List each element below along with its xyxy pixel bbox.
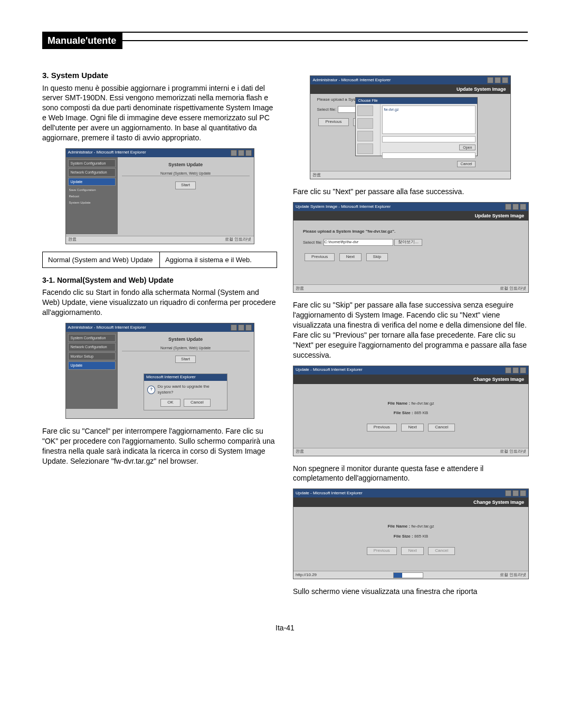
upload-instr: Please upload a System Image "fw-dvr.tar…	[303, 229, 519, 235]
window-title: Administrator - Microsoft Internet Explo…	[68, 325, 146, 331]
cancel-button: Cancel	[457, 161, 476, 167]
screenshot-confirm: Administrator - Microsoft Internet Explo…	[65, 323, 254, 419]
window-title: Update - Microsoft Internet Explorer	[296, 367, 363, 373]
filename-field	[382, 136, 476, 142]
screenshot-change-progress: Update - Microsoft Internet Explorer Cha…	[293, 488, 529, 579]
page-number: Ita-41	[42, 623, 528, 633]
file-list: fw-dvr.gz	[382, 106, 476, 134]
confirm-dialog: Microsoft Internet Explorer ? Do you wan…	[144, 373, 227, 410]
window-title: Administrator - Microsoft Internet Explo…	[312, 78, 391, 83]
close-icon	[520, 204, 526, 210]
file-name-value: fw-dvr.tar.gz	[411, 401, 434, 406]
previous-button: Previous	[305, 253, 335, 261]
file-name-label: File Name :	[387, 524, 410, 529]
max-icon	[512, 204, 519, 210]
paragraph-system-update: In questo menu è possibie aggiornare i p…	[42, 83, 277, 143]
heading-system-update: 3. System Update	[42, 70, 277, 81]
sidebar-reboot: Reboot	[68, 193, 116, 199]
previous-button: Previous	[367, 424, 397, 432]
panel-heading: System Update	[122, 161, 250, 168]
admin-sidebar: System Configuration Network Configurati…	[66, 157, 118, 234]
right-column: Administrator - Microsoft Internet Explo…	[293, 70, 528, 602]
ok-button: OK	[160, 399, 180, 407]
next-button-disabled: Next	[401, 547, 423, 555]
file-size-value: 865 KB	[414, 410, 428, 415]
progress-bar	[393, 572, 423, 578]
sidebar-item-netconf: Network Configuration	[68, 168, 116, 176]
panel-heading: System Update	[122, 336, 250, 342]
screenshot-filedialog: Administrator - Microsoft Internet Explo…	[310, 75, 510, 179]
close-icon	[245, 150, 252, 156]
sidebar-item-netconf: Network Configuration	[68, 343, 116, 351]
window-title: Administrator - Microsoft Internet Explo…	[68, 150, 146, 156]
min-icon	[487, 77, 493, 83]
max-icon	[512, 490, 519, 496]
max-icon	[512, 367, 519, 373]
close-icon	[520, 367, 526, 373]
open-button: Open	[459, 145, 476, 150]
paragraph-next1: Fare clic su "Next" per passare alla fas…	[293, 187, 528, 197]
paragraph-nospegnere: Non spegnere il monitor durante questa f…	[293, 464, 528, 484]
file-size-label: File Size :	[394, 534, 413, 539]
status-url: http://10.29	[296, 572, 317, 578]
screenshot-change-system-image: Update - Microsoft Internet Explorer Cha…	[293, 366, 529, 456]
places-icon	[357, 131, 373, 141]
dialog-text: Do you want to upgrade the system?	[157, 384, 224, 396]
banner-update: Update System Image	[293, 211, 528, 221]
cancel-button: Cancel	[184, 399, 211, 407]
screenshot-admin-update: Administrator - Microsoft Internet Explo…	[65, 148, 254, 244]
status-zone: 로컬 인트라넷	[225, 237, 251, 243]
places-icon	[357, 143, 373, 154]
file-open-dialog: Choose File fw-dvr.gz	[355, 97, 478, 156]
select-file-label: Select file:	[303, 240, 322, 245]
min-icon	[231, 324, 237, 331]
filetype-field	[382, 152, 476, 159]
skip-button: Skip	[366, 253, 388, 261]
update-table: Normal (System and Web) Update Aggiorna …	[42, 252, 277, 269]
start-button: Start	[175, 356, 196, 363]
status-done: 완료	[68, 237, 77, 243]
sidebar-item-update: Update	[68, 178, 116, 186]
places-icon	[357, 118, 373, 129]
table-cell-left: Normal (System and Web) Update	[43, 252, 160, 268]
min-icon	[505, 204, 511, 210]
paragraph-cancel-ok: Fare clic su "Cancel" per interrompere l…	[42, 426, 277, 466]
max-icon	[495, 77, 501, 83]
file-name-label: File Name :	[387, 401, 410, 406]
status-zone: 로컬 인트라넷	[500, 572, 526, 578]
paragraph-final: Sullo schermo viene visualizzata una fin…	[293, 587, 528, 597]
browse-button: 찾아보기...	[394, 239, 422, 246]
sidebar-item-update: Update	[68, 361, 116, 369]
heading-normal-update: 3-1. Normal(System and Web) Update	[42, 275, 277, 285]
dialog-title: Microsoft Internet Explorer	[144, 374, 227, 381]
file-path-input: C:\home\ftp\fw-dvr	[324, 239, 393, 246]
table-cell-right: Aggiorna il sistema e il Web.	[160, 252, 277, 268]
max-icon	[238, 324, 244, 331]
start-button: Start	[175, 181, 196, 189]
left-column: 3. System Update In questo menu è possib…	[42, 70, 277, 602]
next-button: Next	[401, 424, 423, 432]
cancel-button: Cancel	[428, 424, 455, 432]
file-size-label: File Size :	[394, 410, 413, 415]
previous-button-disabled: Previous	[367, 547, 397, 555]
sidebar-item-sysconf: System Configuration	[68, 334, 116, 342]
paragraph-skip-next-prev: Fare clic su "Skip" per passare alla fas…	[293, 300, 528, 360]
sidebar-item-sysconf: System Configuration	[68, 159, 116, 167]
min-icon	[505, 367, 511, 373]
banner-update: Update System Image	[310, 84, 510, 94]
file-item-selected: fw-dvr.gz	[384, 108, 398, 111]
file-dialog-title: Choose File	[356, 98, 477, 103]
places-icon	[357, 106, 373, 116]
sidebar-save: Save Configuration	[68, 187, 116, 193]
header-rule	[122, 40, 528, 41]
manual-title: Manuale'utente	[42, 33, 122, 49]
min-icon	[231, 150, 237, 156]
max-icon	[238, 150, 244, 156]
sidebar-sysupd: System Update	[68, 199, 116, 206]
close-icon	[502, 77, 508, 83]
panel-sub: Normal (System, Web) Update	[122, 346, 250, 351]
banner-change: Change System Image	[293, 375, 528, 384]
cancel-button-disabled: Cancel	[428, 547, 455, 555]
paragraph-normal-update: Facendo clic su Start in fondo alla sche…	[42, 288, 277, 318]
screenshot-update-system-image: Update System Image - Microsoft Internet…	[293, 202, 529, 293]
